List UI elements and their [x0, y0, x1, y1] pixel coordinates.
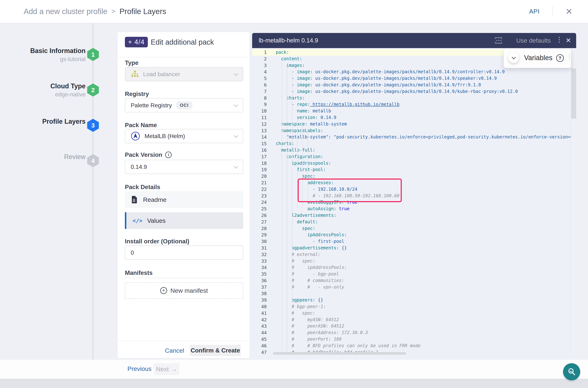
step-label: Review	[11, 153, 86, 161]
code-line: 37 # # - vpn-only	[252, 284, 571, 291]
indent-guide	[292, 73, 292, 306]
code-line: 8 charts:	[252, 95, 571, 101]
line-number: 27	[252, 219, 267, 225]
readme-label: Readme	[143, 196, 167, 203]
collapse-chevron-button[interactable]	[508, 52, 519, 63]
line-number: 21	[252, 180, 267, 186]
horizontal-scrollbar-thumb[interactable]	[273, 352, 406, 355]
code-text: - image: us-docker.pkg.dev/palette-image…	[276, 88, 518, 95]
code-text: # peerAddress: 172.30.0.3	[276, 330, 368, 336]
line-number: 2	[252, 56, 267, 62]
step-number: 1	[91, 51, 95, 58]
breadcrumb-separator: >	[112, 7, 115, 15]
values-tab[interactable]: </> Values	[125, 212, 243, 229]
step-label: Basic Information	[11, 47, 86, 55]
code-line: 15charts:	[252, 141, 571, 147]
code-text: - image: us-docker.pkg.dev/palette-image…	[276, 69, 505, 75]
variables-menu-icon[interactable]: ⋮	[566, 53, 572, 60]
code-text: name: metallb	[276, 108, 331, 114]
indent-guide	[282, 60, 282, 352]
line-number: 28	[252, 225, 267, 232]
code-text: # peerASN: 64512	[276, 323, 344, 330]
code-line: 27 default:	[252, 219, 571, 225]
code-text: # external:	[276, 251, 320, 258]
pack-name-select[interactable]: MetalLB (Helm)	[125, 129, 243, 143]
code-line: 33 # spec:	[252, 258, 571, 265]
line-number: 40	[252, 303, 267, 310]
line-number: 17	[252, 154, 267, 160]
oci-badge: OCI	[176, 101, 192, 109]
readme-tab[interactable]: Readme	[125, 191, 243, 208]
line-number: 35	[252, 271, 267, 277]
close-icon[interactable]: ✕	[565, 7, 572, 16]
line-number: 41	[252, 310, 267, 316]
code-line: 6 - image: us-docker.pkg.dev/palette-ima…	[252, 82, 571, 88]
next-button[interactable]: Next →	[154, 363, 179, 375]
code-text: ipAddressPools:	[276, 232, 347, 238]
step-number-badge: 3	[87, 119, 99, 132]
chevron-down-icon	[234, 133, 238, 138]
line-number: 14	[252, 134, 267, 141]
breadcrumb-parent-link[interactable]: Add a new cluster profile	[24, 7, 107, 16]
pack-version-label-text: Pack Version	[125, 151, 162, 158]
code-line: 39 bgppeers: {}	[252, 297, 571, 303]
line-number: 6	[252, 82, 267, 88]
type-select[interactable]: Load balancer	[125, 67, 243, 81]
indent-guide	[287, 67, 287, 352]
code-text: charts:	[276, 141, 294, 147]
code-line: 40 # bgp-peer-1:	[252, 303, 571, 310]
code-line: 17 configuration:	[252, 154, 571, 160]
cancel-button[interactable]: Cancel	[159, 345, 190, 356]
code-text: namespaceLabels:	[276, 127, 323, 134]
help-icon[interactable]: ?	[556, 54, 564, 62]
registry-select[interactable]: Palette Registry OCI	[125, 98, 243, 112]
use-defaults-button[interactable]: Use defaults	[516, 37, 551, 44]
code-line: 4 - image: us-docker.pkg.dev/palette-ima…	[252, 69, 571, 75]
line-number: 43	[252, 323, 267, 330]
step-number-badge: 1	[87, 48, 99, 61]
line-number: 20	[252, 173, 267, 180]
editor-close-icon[interactable]: ✕	[565, 37, 571, 44]
line-number: 4	[252, 69, 267, 75]
code-line: 34 # ipAddressPools:	[252, 264, 571, 271]
code-text: content:	[276, 56, 302, 62]
code-text: first-pool:	[276, 167, 326, 173]
search-fab[interactable]	[563, 363, 580, 380]
variables-label: Variables	[524, 54, 552, 62]
code-text: # # BFD profiles can only be used in FRR…	[276, 343, 421, 349]
manifests-divider	[125, 278, 243, 278]
code-text: ipaddresspools:	[276, 160, 331, 167]
topbar: Add a new cluster profile > Profile Laye…	[0, 0, 588, 23]
variables-panel: Variables ? ⋮	[504, 49, 571, 68]
more-options-icon[interactable]: ⋮	[556, 36, 563, 44]
code-line: 26 l2advertisements:	[252, 212, 571, 219]
load-balancer-icon	[131, 70, 139, 78]
pack-version-label: Pack Version i	[125, 151, 172, 158]
vertical-scrollbar-thumb[interactable]	[571, 68, 576, 119]
new-manifest-button[interactable]: + New manifest	[125, 282, 243, 299]
code-line: 12 namespace: metallb-system	[252, 121, 571, 127]
chevron-down-icon	[234, 164, 238, 169]
confirm-create-button[interactable]: Confirm & Create	[190, 345, 241, 356]
info-icon[interactable]: i	[165, 151, 172, 158]
code-text: bgppeers: {}	[276, 297, 323, 303]
previous-button[interactable]: Previous	[127, 365, 152, 372]
chevron-down-icon	[512, 55, 516, 59]
api-link[interactable]: API	[529, 8, 540, 15]
topbar-divider	[552, 6, 553, 17]
new-manifest-label: New manifest	[170, 287, 208, 294]
code-text: pack:	[276, 49, 289, 56]
install-order-input[interactable]: 0	[125, 245, 243, 260]
code-icon: </>	[133, 218, 142, 224]
pack-version-select[interactable]: 0.14.9	[125, 160, 243, 174]
code-text: - first-pool	[276, 238, 344, 245]
line-number: 11	[252, 114, 267, 121]
line-number: 38	[252, 290, 267, 297]
code-line: 43 # peerASN: 64512	[252, 323, 571, 330]
code-text: namespace: metallb-system	[276, 121, 347, 127]
line-number: 39	[252, 297, 267, 303]
line-number: 19	[252, 167, 267, 173]
line-number: 25	[252, 206, 267, 212]
code-line: 10 name: metallb	[252, 108, 571, 114]
merge-defaults-icon[interactable]	[494, 37, 503, 44]
